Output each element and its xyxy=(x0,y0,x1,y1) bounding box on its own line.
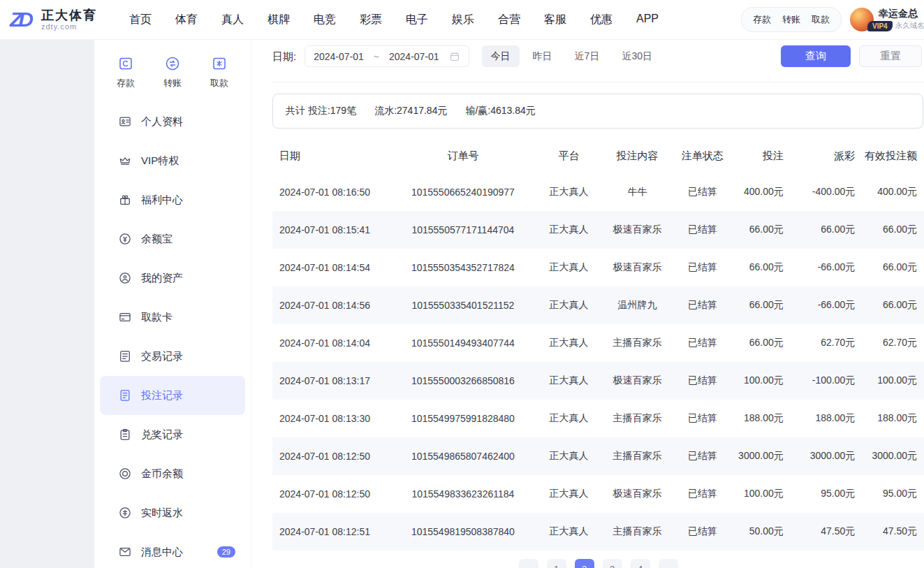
summary-item-2: 输/赢:4613.84元 xyxy=(465,105,535,117)
nav-item-joint[interactable]: 合营 xyxy=(498,13,520,27)
cell-status: 已结算 xyxy=(673,513,732,551)
range-button-today[interactable]: 今日 xyxy=(482,45,520,67)
sidebar-item-assets[interactable]: 我的资产 xyxy=(100,258,245,298)
page-prev-button[interactable]: ‹ xyxy=(519,559,538,568)
cell-platform: 正大真人 xyxy=(536,475,601,513)
vip-badge: VIP4 xyxy=(867,21,893,31)
nav-item-esports[interactable]: 电竞 xyxy=(314,13,336,27)
sidebar-item-redeem-records[interactable]: 兑奖记录 xyxy=(100,415,245,454)
id-card-icon xyxy=(118,115,132,129)
range-button-last30[interactable]: 近30日 xyxy=(613,45,661,67)
cell-status: 已结算 xyxy=(673,211,732,249)
reset-button[interactable]: 重置 xyxy=(859,45,922,67)
sidebar-item-bet-records[interactable]: 投注记录 xyxy=(100,376,245,415)
nav-item-app[interactable]: APP xyxy=(636,13,659,27)
date-to-value: 2024-07-01 xyxy=(389,51,439,62)
header-deposit-link[interactable]: 存款 xyxy=(753,13,771,26)
cell-order-no: 1015550354352717824 xyxy=(390,249,536,286)
cell-status: 已结算 xyxy=(673,324,732,362)
user-name: 幸运金总 xyxy=(879,8,924,20)
cell-date: 2024-07-01 08:14:54 xyxy=(272,249,390,286)
cell-date: 2024-07-01 08:13:30 xyxy=(272,400,390,437)
summary-item-1: 流水:27417.84元 xyxy=(374,105,447,117)
sidebar: 存款转账取款 个人资料VIP特权福利中心余额宝我的资产取款卡交易记录投注记录兑奖… xyxy=(94,40,251,568)
cell-platform: 正大真人 xyxy=(536,400,601,437)
sidebar-quick-transfer[interactable]: 转账 xyxy=(163,55,182,89)
cell-bet: 66.00元 xyxy=(732,249,791,286)
cell-order-no: 1015549833623261184 xyxy=(390,475,536,513)
nav-item-live[interactable]: 真人 xyxy=(221,13,244,27)
summary-box: 共计 投注:179笔流水:27417.84元输/赢:4613.84元 xyxy=(272,94,923,129)
sidebar-quick-deposit[interactable]: 存款 xyxy=(117,55,135,89)
page-button-4[interactable]: 4 xyxy=(631,559,650,568)
cell-content: 牛牛 xyxy=(601,173,673,211)
user-block[interactable]: 幸运金总 VIP4 永久域名: xyxy=(850,8,911,31)
nav-item-lottery[interactable]: 彩票 xyxy=(360,13,382,27)
sidebar-item-welfare[interactable]: 福利中心 xyxy=(100,180,245,219)
cell-valid: 47.50元 xyxy=(862,513,924,551)
cell-platform: 正大真人 xyxy=(536,513,601,551)
sidebar-menu: 个人资料VIP特权福利中心余额宝我的资产取款卡交易记录投注记录兑奖记录金币余额实… xyxy=(94,102,251,568)
cell-order-no: 1015550335401521152 xyxy=(390,286,536,324)
date-filter-label: 日期: xyxy=(272,45,296,67)
brand-domain: zdty.com xyxy=(41,22,97,31)
cell-bet: 100.00元 xyxy=(732,362,791,400)
sidebar-item-transactions[interactable]: 交易记录 xyxy=(100,337,245,376)
cell-valid: 66.00元 xyxy=(862,286,924,324)
cell-payout: 62.70元 xyxy=(791,324,863,362)
cell-payout: 95.00元 xyxy=(791,475,863,513)
main-content: 日期: 2024-07-01 ~ 2024-07-01 今日昨日近7日近30日 … xyxy=(251,40,924,568)
cell-status: 已结算 xyxy=(673,173,732,211)
sidebar-item-gold-balance[interactable]: 金币余额 xyxy=(100,454,245,493)
column-header-content: 投注内容 xyxy=(601,138,673,173)
sidebar-item-rebate[interactable]: 实时返水 xyxy=(100,493,245,532)
range-button-last7[interactable]: 近7日 xyxy=(566,45,609,67)
cell-platform: 正大真人 xyxy=(536,211,601,249)
column-header-valid: 有效投注额 xyxy=(862,138,924,173)
nav-item-slots[interactable]: 电子 xyxy=(406,13,428,27)
header-withdraw-link[interactable]: 取款 xyxy=(812,13,830,26)
page-button-2[interactable]: 2 xyxy=(575,559,594,568)
nav-item-entertainment[interactable]: 娱乐 xyxy=(452,13,474,27)
cell-status: 已结算 xyxy=(673,362,732,400)
cell-valid: 66.00元 xyxy=(862,211,924,249)
cell-order-no: 1015549865807462400 xyxy=(390,437,536,475)
page-button-3[interactable]: 3 xyxy=(603,559,622,568)
cell-content: 主播百家乐 xyxy=(601,437,673,475)
cell-order-no: 1015550577171144704 xyxy=(390,211,536,249)
brand-name: 正大体育 xyxy=(41,8,97,23)
sidebar-item-messages[interactable]: 消息中心29 xyxy=(100,532,245,568)
deposit-icon xyxy=(117,55,134,72)
range-button-yesterday[interactable]: 昨日 xyxy=(524,45,562,67)
nav-item-chess[interactable]: 棋牌 xyxy=(267,13,290,27)
table-row: 2024-07-01 08:12:501015549833623261184正大… xyxy=(272,475,924,513)
sidebar-item-withdraw-card[interactable]: 取款卡 xyxy=(100,298,245,337)
page-button-1[interactable]: 1 xyxy=(547,559,566,568)
bet-records-table: 日期订单号平台投注内容注单状态投注派彩有效投注额 2024-07-01 08:1… xyxy=(272,138,924,551)
nav-item-home[interactable]: 首页 xyxy=(129,13,152,27)
sidebar-item-label: 投注记录 xyxy=(141,389,183,402)
cell-valid: 66.00元 xyxy=(862,249,924,286)
brand-logo[interactable]: ZD 正大体育 zdty.com xyxy=(10,8,97,31)
nav-item-promo[interactable]: 优惠 xyxy=(590,13,613,27)
crown-icon xyxy=(118,154,132,168)
pagination: ‹1234› xyxy=(272,559,924,568)
sidebar-item-label: VIP特权 xyxy=(141,154,179,168)
cell-platform: 正大真人 xyxy=(536,286,601,324)
header-transfer-link[interactable]: 转账 xyxy=(782,13,800,26)
sidebar-item-profile[interactable]: 个人资料 xyxy=(100,102,245,141)
sidebar-item-vip[interactable]: VIP特权 xyxy=(100,141,245,180)
cell-content: 极速百家乐 xyxy=(601,211,673,249)
date-range-input[interactable]: 2024-07-01 ~ 2024-07-01 xyxy=(305,45,469,67)
sidebar-quick-withdraw[interactable]: 取款 xyxy=(210,55,228,89)
nav-item-service[interactable]: 客服 xyxy=(544,13,566,27)
envelope-icon xyxy=(118,545,132,559)
page-next-button[interactable]: › xyxy=(659,559,678,568)
cell-bet: 188.00元 xyxy=(732,400,791,437)
page-body: 存款转账取款 个人资料VIP特权福利中心余额宝我的资产取款卡交易记录投注记录兑奖… xyxy=(0,40,924,568)
search-button[interactable]: 查询 xyxy=(781,45,851,67)
nav-item-sports[interactable]: 体育 xyxy=(175,13,198,27)
cell-payout: -400.00元 xyxy=(791,173,863,211)
cell-date: 2024-07-01 08:16:50 xyxy=(272,173,390,211)
sidebar-item-yuebao[interactable]: 余额宝 xyxy=(100,219,245,258)
